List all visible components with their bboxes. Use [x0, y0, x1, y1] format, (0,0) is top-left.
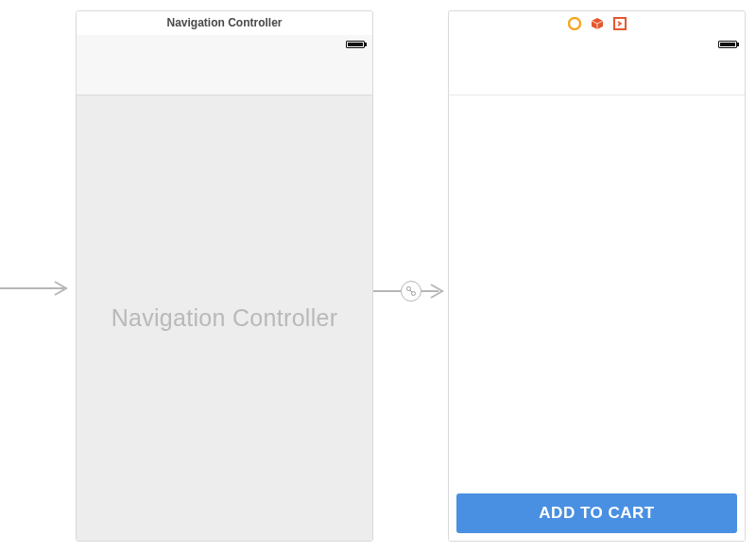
add-to-cart-button[interactable]: ADD TO CART — [456, 493, 737, 533]
navigation-controller-scene[interactable]: Navigation Controller Navigation Control… — [76, 10, 373, 542]
segue-arrow-right — [421, 283, 450, 300]
storyboard-canvas: Navigation Controller Navigation Control… — [0, 0, 756, 553]
segue-badge[interactable] — [401, 281, 421, 302]
battery-icon — [346, 41, 365, 48]
view-controller-scene[interactable]: ADD TO CART — [448, 10, 746, 542]
svg-point-6 — [569, 18, 580, 29]
scene-body: Navigation Controller — [77, 95, 372, 541]
exit-icon[interactable] — [613, 17, 627, 30]
segue-arrow-left — [373, 283, 402, 300]
svg-point-2 — [407, 287, 411, 291]
first-responder-icon[interactable] — [591, 17, 604, 30]
segue-relationship-icon — [405, 285, 417, 297]
view-controller-icon[interactable] — [568, 17, 581, 30]
svg-point-3 — [412, 292, 416, 296]
battery-icon — [718, 41, 737, 48]
status-bar — [449, 35, 745, 54]
entry-arrow — [0, 280, 76, 297]
navigation-bar — [77, 54, 372, 95]
svg-line-4 — [410, 290, 412, 292]
scene-dock — [449, 11, 745, 35]
scene-title: Navigation Controller — [77, 11, 372, 35]
scene-body: ADD TO CART — [449, 95, 745, 541]
navigation-bar — [449, 54, 745, 95]
status-bar — [77, 35, 372, 54]
placeholder-label: Navigation Controller — [112, 304, 338, 332]
